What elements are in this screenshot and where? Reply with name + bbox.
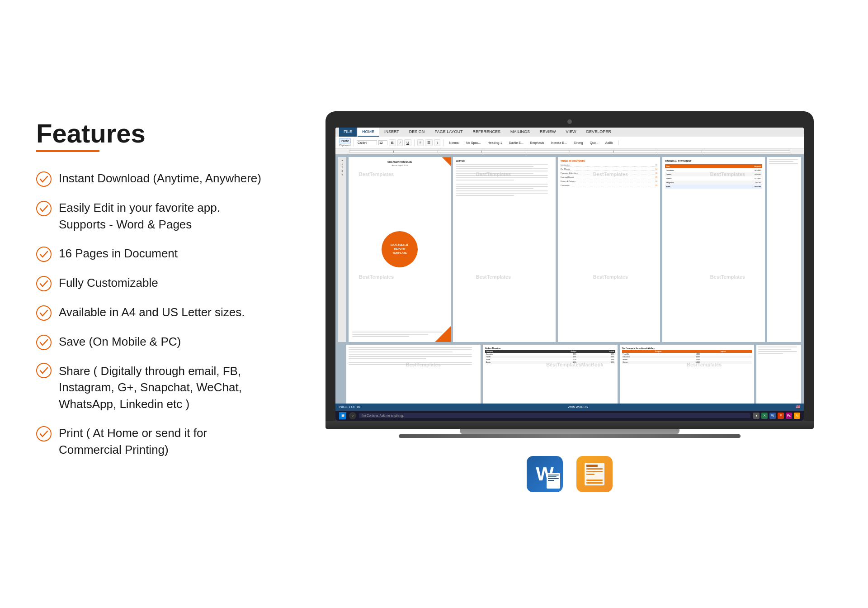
taskbar-icon-chrome[interactable]: ● — [753, 413, 760, 419]
windows-start-button[interactable]: ⊞ — [339, 412, 346, 419]
style-intense[interactable]: Intense E... — [548, 140, 570, 145]
doc-line — [349, 354, 472, 355]
doc-line — [349, 362, 472, 363]
table-cell: 25% — [536, 361, 577, 364]
list-item: Print ( At Home or send it forCommercial… — [36, 425, 271, 458]
word-tab-home[interactable]: HOME — [358, 128, 379, 137]
feature-text: Instant Download (Anytime, Anywhere) — [59, 170, 261, 186]
doc-page-bottom-2: Budget Allocation Category Budget Actual… — [483, 345, 617, 404]
italic-button[interactable]: I — [397, 139, 403, 146]
style-aabbcc[interactable]: AaBb — [603, 140, 616, 145]
word-tab-references[interactable]: REFERENCES — [468, 128, 505, 137]
ruler — [335, 149, 804, 154]
word-tab-file[interactable]: FILE — [339, 128, 357, 137]
style-no-spacing[interactable]: No Spac... — [463, 140, 484, 145]
align-left-button[interactable]: ≡ — [417, 139, 424, 146]
bottom-page3-heading: The Program to Serve Lives & Welfare — [622, 347, 752, 349]
status-bar: PAGE 1 OF 16 2555 WORDS 🇺🇸 — [335, 404, 804, 411]
word-tab-developer[interactable]: DEVELOPER — [582, 128, 616, 137]
feature-text: Fully Customizable — [59, 275, 158, 291]
page-container: Features Instant Download (Anytime, Anyw… — [36, 111, 832, 497]
word-tab-insert[interactable]: INSERT — [380, 128, 404, 137]
taskbar-icon-ai[interactable]: Ai — [794, 413, 800, 419]
check-icon — [36, 201, 52, 216]
doc-line — [548, 478, 559, 479]
font-size-input[interactable] — [378, 140, 387, 145]
table-header: Item — [665, 164, 717, 168]
bold-button[interactable]: B — [389, 139, 396, 146]
underline-button[interactable]: U — [404, 139, 411, 146]
pages-app-icon[interactable] — [576, 456, 613, 492]
taskbar-icon-word[interactable]: W — [769, 413, 776, 419]
cover-orange-bottom-corner — [435, 326, 451, 342]
doc-line — [456, 177, 548, 178]
word-app-icon[interactable]: W — [527, 456, 563, 492]
doc-page-2: LETTER — [453, 157, 555, 342]
word-count-label: 2555 WORDS — [568, 405, 588, 408]
style-quote[interactable]: Quo... — [587, 140, 601, 145]
svg-point-2 — [37, 247, 51, 261]
doc-page-1: ORGANIZATION NAME Annual Report 2023 NGO… — [349, 157, 451, 342]
cover-subtitle: Annual Report 2023 — [352, 164, 447, 166]
svg-point-1 — [37, 201, 51, 216]
word-tab-page-layout[interactable]: PAGE LAYOUT — [430, 128, 467, 137]
toc-item-label: Financial Report — [561, 176, 574, 178]
doc-line — [456, 171, 548, 171]
clipboard-label: Clipboard — [339, 144, 351, 147]
laptop-outer: BestTemplates BestTemplates BestTemplate… — [326, 111, 814, 421]
list-item: Save (On Mobile & PC) — [36, 333, 271, 350]
table-cell: Grants — [665, 172, 717, 176]
pages-heading-line — [586, 465, 598, 467]
laptop: BestTemplates BestTemplates BestTemplate… — [326, 111, 814, 438]
doc-line — [349, 349, 472, 350]
doc-line — [548, 476, 557, 477]
taskbar-icon-powerpoint[interactable]: P — [778, 413, 784, 419]
cortana-search[interactable]: I'm Cortana. Ask me anything. — [359, 413, 750, 418]
doc-line — [456, 164, 548, 165]
doc-line — [349, 358, 426, 359]
style-strong[interactable]: Strong — [571, 140, 586, 145]
taskbar-icon-ps[interactable]: Ps — [786, 413, 792, 419]
toc-item-page: 09 — [656, 176, 657, 178]
toc-item-page: 04 — [656, 168, 657, 170]
toc-item-label: Conclusion — [561, 184, 570, 186]
doc-line — [758, 347, 797, 347]
style-emphasis[interactable]: Emphasis — [528, 140, 547, 145]
page4-heading: FINANCIAL STATEMENT — [665, 160, 762, 162]
font-name-input[interactable] — [357, 140, 377, 145]
doc-page-4: FINANCIAL STATEMENT Item Amount Donation… — [662, 157, 764, 342]
word-tab-view[interactable]: VIEW — [561, 128, 581, 137]
toc-item-page: 15 — [656, 184, 657, 186]
svg-point-7 — [37, 427, 51, 441]
toc-item-label: Programs & Activities — [561, 172, 578, 174]
app-icons-row: W — [527, 456, 613, 497]
taskbar-icon-excel[interactable]: X — [761, 413, 768, 419]
doc-line — [352, 332, 443, 332]
toc-item-label: Our Mission — [561, 168, 570, 170]
style-subtitle[interactable]: Subtle E... — [506, 140, 526, 145]
paste-button[interactable]: Paste — [339, 138, 351, 143]
right-panel: BestTemplates BestTemplates BestTemplate… — [307, 111, 832, 497]
align-center-button[interactable]: ☰ — [425, 139, 433, 146]
laptop-base — [326, 421, 814, 429]
feature-text: Easily Edit in your favorite app.Support… — [59, 200, 220, 233]
style-normal[interactable]: Normal — [446, 140, 462, 145]
table-cell: Events — [665, 176, 717, 180]
pages-text-line — [586, 480, 603, 481]
language-indicator: 🇺🇸 — [796, 405, 800, 409]
doc-line — [769, 159, 798, 160]
style-heading1[interactable]: Heading 1 — [485, 140, 505, 145]
word-tab-mailings[interactable]: MAILINGS — [506, 128, 534, 137]
table-cell: Shelter — [622, 361, 695, 364]
left-panel: Features Instant Download (Anytime, Anyw… — [36, 111, 271, 458]
doc-line — [456, 193, 548, 194]
bottom-page2-heading: Budget Allocation — [485, 347, 615, 349]
check-icon — [36, 276, 52, 291]
word-tab-review[interactable]: REVIEW — [535, 128, 561, 137]
cortana-button[interactable]: ○ — [349, 412, 356, 419]
styles-group: Normal No Spac... Heading 1 Subtle E... … — [446, 140, 618, 145]
line-spacing-button[interactable]: ↕ — [434, 139, 440, 146]
page2-heading: LETTER — [456, 160, 552, 162]
word-tab-design[interactable]: DESIGN — [405, 128, 429, 137]
word-ribbon: Paste Clipboard B I U — [335, 137, 804, 149]
